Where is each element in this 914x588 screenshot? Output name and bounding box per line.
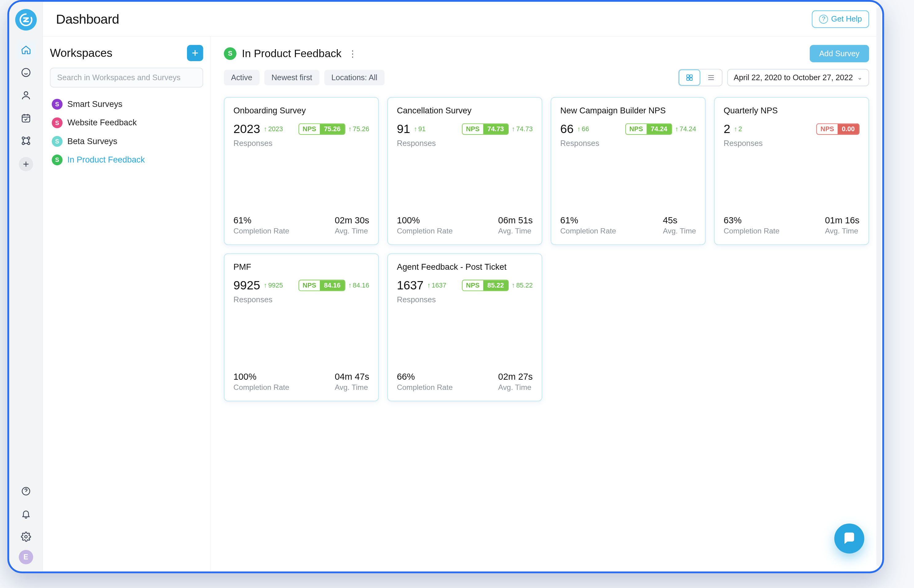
survey-card[interactable]: Cancellation Survey 91 91 NPS 74.73 74.7… — [387, 97, 542, 245]
nav-calendar-icon[interactable] — [16, 108, 36, 128]
nps-delta: 84.16 — [348, 281, 369, 289]
completion-rate-value: 66% — [397, 372, 453, 382]
survey-title: Agent Feedback - Post Ticket — [397, 262, 533, 272]
arrow-up-icon — [348, 281, 352, 289]
nav-workflows-icon[interactable] — [16, 131, 36, 150]
filter-locations[interactable]: Locations: All — [324, 70, 384, 86]
responses-label: Responses — [560, 139, 696, 148]
svg-point-3 — [22, 137, 24, 139]
nps-label: NPS — [299, 280, 320, 290]
responses-label: Responses — [397, 139, 533, 148]
avg-time-label: Avg. Time — [825, 227, 860, 235]
survey-title: New Campaign Builder NPS — [560, 106, 696, 116]
nps-badge: NPS 85.22 — [462, 279, 509, 291]
nps-delta: 85.22 — [512, 281, 533, 289]
main-column: Dashboard ? Get Help Workspaces SSmart S… — [43, 2, 882, 572]
responses-delta: 66 — [577, 125, 589, 133]
nps-badge: NPS 0.00 — [816, 123, 859, 134]
workspace-dot-icon: S — [52, 136, 62, 147]
nps-value: 85.22 — [483, 280, 508, 290]
survey-card[interactable]: Agent Feedback - Post Ticket 1637 1637 N… — [387, 254, 542, 402]
workspaces-heading: Workspaces — [50, 47, 112, 60]
filter-status[interactable]: Active — [224, 70, 259, 86]
arrow-up-icon — [577, 125, 581, 133]
date-range-picker[interactable]: April 22, 2020 to October 27, 2022 ⌄ — [727, 69, 869, 86]
sidebar-item-workspace[interactable]: SIn Product Feedback — [50, 152, 203, 168]
responses-value: 1637 — [397, 279, 423, 292]
survey-card[interactable]: PMF 9925 9925 NPS 84.16 84.16 Responses … — [224, 254, 379, 402]
brand-logo — [15, 9, 37, 31]
survey-card[interactable]: Quarterly NPS 2 2 NPS 0.00 Responses 63%… — [714, 97, 869, 245]
svg-rect-2 — [22, 115, 30, 122]
get-help-label: Get Help — [831, 15, 862, 24]
sidebar-item-label: Beta Surveys — [67, 137, 117, 146]
view-toggle — [678, 69, 722, 86]
survey-grid: Onboarding Survey 2023 2023 NPS 75.26 75… — [224, 97, 869, 402]
nav-help-icon[interactable] — [16, 482, 36, 501]
svg-point-6 — [28, 142, 29, 144]
help-icon: ? — [819, 15, 828, 23]
view-list-button[interactable] — [700, 69, 722, 86]
app-frame: E Dashboard ? Get Help Workspaces SSmart… — [7, 0, 884, 573]
add-survey-button[interactable]: Add Survey — [809, 45, 869, 62]
survey-card[interactable]: Onboarding Survey 2023 2023 NPS 75.26 75… — [224, 97, 379, 245]
nps-label: NPS — [626, 124, 647, 134]
page-title: Dashboard — [56, 12, 119, 27]
sidebar-item-workspace[interactable]: SBeta Surveys — [50, 133, 203, 150]
avg-time-value: 06m 51s — [498, 215, 533, 226]
workspaces-sidebar: Workspaces SSmart SurveysSWebsite Feedba… — [43, 37, 211, 572]
completion-rate-value: 61% — [233, 215, 289, 226]
arrow-up-icon — [512, 125, 515, 133]
workspace-search-input[interactable] — [50, 68, 203, 87]
responses-value: 2 — [724, 122, 731, 136]
nav-contacts-icon[interactable] — [16, 86, 36, 105]
responses-value: 91 — [397, 122, 410, 136]
arrow-up-icon — [734, 125, 737, 133]
arrow-up-icon — [264, 125, 267, 133]
sidebar-item-workspace[interactable]: SWebsite Feedback — [50, 114, 203, 131]
responses-value: 2023 — [233, 122, 260, 136]
nav-settings-icon[interactable] — [16, 527, 36, 546]
arrow-up-icon — [675, 125, 678, 133]
user-avatar[interactable]: E — [19, 550, 33, 564]
get-help-button[interactable]: ? Get Help — [812, 10, 869, 28]
arrow-up-icon — [264, 281, 267, 289]
nav-notifications-icon[interactable] — [16, 504, 36, 523]
nps-delta: 74.24 — [675, 125, 696, 133]
nps-label: NPS — [462, 280, 483, 290]
sidebar-item-label: In Product Feedback — [67, 155, 145, 165]
scrollbar[interactable] — [876, 7, 881, 566]
nav-feedback-icon[interactable] — [16, 63, 36, 82]
survey-title: Onboarding Survey — [233, 106, 369, 116]
workspace-badge: S — [224, 47, 237, 60]
completion-rate-label: Completion Rate — [724, 227, 779, 235]
avg-time-label: Avg. Time — [335, 383, 369, 392]
completion-rate-label: Completion Rate — [397, 227, 453, 235]
workspace-dot-icon: S — [52, 99, 62, 110]
sidebar-item-workspace[interactable]: SSmart Surveys — [50, 96, 203, 113]
arrow-up-icon — [512, 281, 515, 289]
nps-badge: NPS 74.73 — [462, 123, 509, 134]
completion-rate-value: 100% — [233, 372, 289, 382]
avg-time-label: Avg. Time — [498, 383, 533, 392]
nps-label: NPS — [462, 124, 483, 134]
responses-delta: 9925 — [264, 281, 283, 289]
svg-rect-11 — [686, 78, 689, 81]
sidebar-item-label: Smart Surveys — [67, 100, 122, 109]
avg-time-value: 02m 27s — [498, 372, 533, 382]
responses-delta: 91 — [414, 125, 426, 133]
survey-card[interactable]: New Campaign Builder NPS 66 66 NPS 74.24… — [551, 97, 706, 245]
chat-fab[interactable] — [835, 523, 864, 553]
filter-sort[interactable]: Newest first — [264, 70, 319, 86]
add-workspace-button[interactable] — [187, 45, 203, 61]
nav-home-icon[interactable] — [16, 40, 36, 59]
view-grid-button[interactable] — [678, 69, 700, 86]
nps-delta: 75.26 — [348, 125, 369, 133]
survey-title: Quarterly NPS — [724, 106, 860, 116]
nav-add-icon[interactable] — [19, 157, 33, 171]
workspace-menu-icon[interactable] — [348, 48, 357, 59]
svg-rect-10 — [690, 75, 692, 77]
nav-rail: E — [9, 2, 43, 572]
nps-value: 0.00 — [838, 124, 859, 134]
completion-rate-label: Completion Rate — [397, 383, 453, 392]
